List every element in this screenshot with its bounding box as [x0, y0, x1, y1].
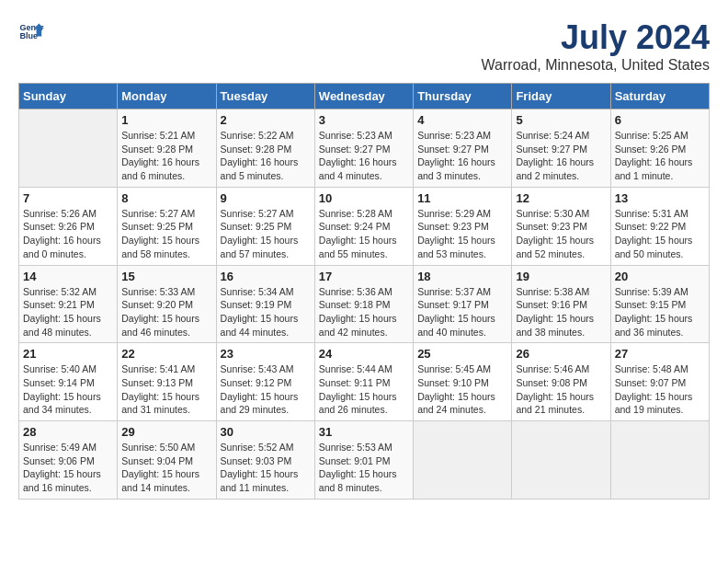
day-info: Sunrise: 5:34 AM Sunset: 9:19 PM Dayligh…	[221, 285, 311, 339]
weekday-header-wednesday: Wednesday	[314, 84, 413, 109]
day-number: 3	[319, 113, 409, 127]
day-number: 24	[319, 347, 409, 361]
day-info: Sunrise: 5:48 AM Sunset: 9:07 PM Dayligh…	[615, 362, 705, 417]
day-number: 25	[417, 347, 507, 361]
day-info: Sunrise: 5:44 AM Sunset: 9:11 PM Dayligh…	[319, 362, 409, 417]
calendar-cell: 10Sunrise: 5:28 AM Sunset: 9:24 PM Dayli…	[314, 187, 413, 265]
day-info: Sunrise: 5:21 AM Sunset: 9:28 PM Dayligh…	[121, 129, 211, 183]
day-number: 5	[516, 113, 606, 127]
week-row-4: 21Sunrise: 5:40 AM Sunset: 9:14 PM Dayli…	[19, 343, 710, 421]
day-info: Sunrise: 5:40 AM Sunset: 9:14 PM Dayligh…	[23, 362, 113, 417]
weekday-header-monday: Monday	[118, 84, 216, 109]
day-number: 12	[516, 191, 606, 205]
weekday-header-row: SundayMondayTuesdayWednesdayThursdayFrid…	[19, 84, 710, 109]
month-title: July 2024	[482, 18, 710, 57]
day-info: Sunrise: 5:22 AM Sunset: 9:28 PM Dayligh…	[221, 129, 311, 183]
week-row-5: 28Sunrise: 5:49 AM Sunset: 9:06 PM Dayli…	[19, 421, 710, 500]
day-number: 17	[319, 270, 409, 283]
day-info: Sunrise: 5:23 AM Sunset: 9:27 PM Dayligh…	[417, 129, 507, 183]
calendar-cell: 4Sunrise: 5:23 AM Sunset: 9:27 PM Daylig…	[414, 109, 512, 188]
calendar-cell: 20Sunrise: 5:39 AM Sunset: 9:15 PM Dayli…	[610, 265, 709, 343]
day-info: Sunrise: 5:45 AM Sunset: 9:10 PM Dayligh…	[417, 362, 507, 417]
day-info: Sunrise: 5:27 AM Sunset: 9:25 PM Dayligh…	[121, 207, 211, 261]
calendar-cell	[512, 421, 610, 500]
calendar-body: 1Sunrise: 5:21 AM Sunset: 9:28 PM Daylig…	[19, 109, 710, 500]
day-info: Sunrise: 5:37 AM Sunset: 9:17 PM Dayligh…	[417, 285, 507, 339]
day-info: Sunrise: 5:33 AM Sunset: 9:20 PM Dayligh…	[121, 285, 211, 339]
day-info: Sunrise: 5:39 AM Sunset: 9:15 PM Dayligh…	[615, 285, 705, 339]
calendar-cell: 2Sunrise: 5:22 AM Sunset: 9:28 PM Daylig…	[216, 109, 314, 188]
day-info: Sunrise: 5:36 AM Sunset: 9:18 PM Dayligh…	[319, 285, 409, 339]
calendar-cell: 8Sunrise: 5:27 AM Sunset: 9:25 PM Daylig…	[118, 187, 216, 265]
calendar-cell: 3Sunrise: 5:23 AM Sunset: 9:27 PM Daylig…	[314, 109, 413, 188]
day-info: Sunrise: 5:28 AM Sunset: 9:24 PM Dayligh…	[319, 207, 409, 261]
week-row-1: 1Sunrise: 5:21 AM Sunset: 9:28 PM Daylig…	[19, 109, 710, 188]
day-info: Sunrise: 5:49 AM Sunset: 9:06 PM Dayligh…	[23, 441, 113, 495]
day-number: 16	[221, 270, 311, 283]
day-info: Sunrise: 5:46 AM Sunset: 9:08 PM Dayligh…	[516, 362, 606, 417]
calendar-cell: 9Sunrise: 5:27 AM Sunset: 9:25 PM Daylig…	[216, 187, 314, 265]
calendar-cell	[19, 109, 118, 188]
calendar-cell: 25Sunrise: 5:45 AM Sunset: 9:10 PM Dayli…	[414, 343, 512, 421]
weekday-header-tuesday: Tuesday	[216, 84, 314, 109]
day-number: 8	[121, 191, 211, 205]
weekday-header-friday: Friday	[512, 84, 610, 109]
day-info: Sunrise: 5:52 AM Sunset: 9:03 PM Dayligh…	[221, 441, 311, 495]
calendar-cell: 1Sunrise: 5:21 AM Sunset: 9:28 PM Daylig…	[118, 109, 216, 188]
logo: General Blue	[18, 18, 44, 44]
calendar-cell: 12Sunrise: 5:30 AM Sunset: 9:23 PM Dayli…	[512, 187, 610, 265]
calendar-cell: 21Sunrise: 5:40 AM Sunset: 9:14 PM Dayli…	[19, 343, 118, 421]
day-info: Sunrise: 5:25 AM Sunset: 9:26 PM Dayligh…	[615, 129, 705, 183]
calendar-cell: 31Sunrise: 5:53 AM Sunset: 9:01 PM Dayli…	[314, 421, 413, 500]
day-number: 29	[121, 425, 211, 439]
day-number: 10	[319, 191, 409, 205]
day-number: 21	[23, 347, 113, 361]
calendar-cell: 22Sunrise: 5:41 AM Sunset: 9:13 PM Dayli…	[118, 343, 216, 421]
day-number: 22	[121, 347, 211, 361]
title-block: July 2024 Warroad, Minnesota, United Sta…	[482, 18, 710, 74]
day-info: Sunrise: 5:30 AM Sunset: 9:23 PM Dayligh…	[516, 207, 606, 261]
weekday-header-saturday: Saturday	[610, 84, 709, 109]
day-info: Sunrise: 5:38 AM Sunset: 9:16 PM Dayligh…	[516, 285, 606, 339]
calendar-cell: 28Sunrise: 5:49 AM Sunset: 9:06 PM Dayli…	[19, 421, 118, 500]
day-info: Sunrise: 5:29 AM Sunset: 9:23 PM Dayligh…	[417, 207, 507, 261]
day-info: Sunrise: 5:50 AM Sunset: 9:04 PM Dayligh…	[121, 441, 211, 495]
day-number: 14	[23, 270, 113, 283]
calendar-cell: 11Sunrise: 5:29 AM Sunset: 9:23 PM Dayli…	[414, 187, 512, 265]
day-info: Sunrise: 5:24 AM Sunset: 9:27 PM Dayligh…	[516, 129, 606, 183]
day-info: Sunrise: 5:41 AM Sunset: 9:13 PM Dayligh…	[121, 362, 211, 417]
day-number: 7	[23, 191, 113, 205]
day-number: 31	[319, 425, 409, 439]
calendar-cell: 14Sunrise: 5:32 AM Sunset: 9:21 PM Dayli…	[19, 265, 118, 343]
week-row-3: 14Sunrise: 5:32 AM Sunset: 9:21 PM Dayli…	[19, 265, 710, 343]
day-number: 11	[417, 191, 507, 205]
day-number: 20	[615, 270, 705, 283]
day-info: Sunrise: 5:43 AM Sunset: 9:12 PM Dayligh…	[221, 362, 311, 417]
calendar-cell: 5Sunrise: 5:24 AM Sunset: 9:27 PM Daylig…	[512, 109, 610, 188]
day-number: 26	[516, 347, 606, 361]
day-number: 1	[121, 113, 211, 127]
calendar-table: SundayMondayTuesdayWednesdayThursdayFrid…	[18, 83, 710, 500]
calendar-cell: 26Sunrise: 5:46 AM Sunset: 9:08 PM Dayli…	[512, 343, 610, 421]
day-number: 23	[221, 347, 311, 361]
day-info: Sunrise: 5:26 AM Sunset: 9:26 PM Dayligh…	[23, 207, 113, 261]
day-number: 30	[221, 425, 311, 439]
calendar-cell	[610, 421, 709, 500]
calendar-cell: 17Sunrise: 5:36 AM Sunset: 9:18 PM Dayli…	[314, 265, 413, 343]
calendar-cell: 24Sunrise: 5:44 AM Sunset: 9:11 PM Dayli…	[314, 343, 413, 421]
calendar-cell: 7Sunrise: 5:26 AM Sunset: 9:26 PM Daylig…	[19, 187, 118, 265]
day-number: 28	[23, 425, 113, 439]
calendar-cell: 23Sunrise: 5:43 AM Sunset: 9:12 PM Dayli…	[216, 343, 314, 421]
calendar-cell: 6Sunrise: 5:25 AM Sunset: 9:26 PM Daylig…	[610, 109, 709, 188]
calendar-cell: 29Sunrise: 5:50 AM Sunset: 9:04 PM Dayli…	[118, 421, 216, 500]
svg-text:Blue: Blue	[19, 31, 38, 40]
day-number: 27	[615, 347, 705, 361]
day-number: 15	[121, 270, 211, 283]
calendar-cell	[414, 421, 512, 500]
calendar-cell: 27Sunrise: 5:48 AM Sunset: 9:07 PM Dayli…	[610, 343, 709, 421]
day-number: 2	[221, 113, 311, 127]
day-info: Sunrise: 5:31 AM Sunset: 9:22 PM Dayligh…	[615, 207, 705, 261]
logo-icon: General Blue	[18, 18, 44, 44]
calendar-cell: 30Sunrise: 5:52 AM Sunset: 9:03 PM Dayli…	[216, 421, 314, 500]
day-number: 19	[516, 270, 606, 283]
